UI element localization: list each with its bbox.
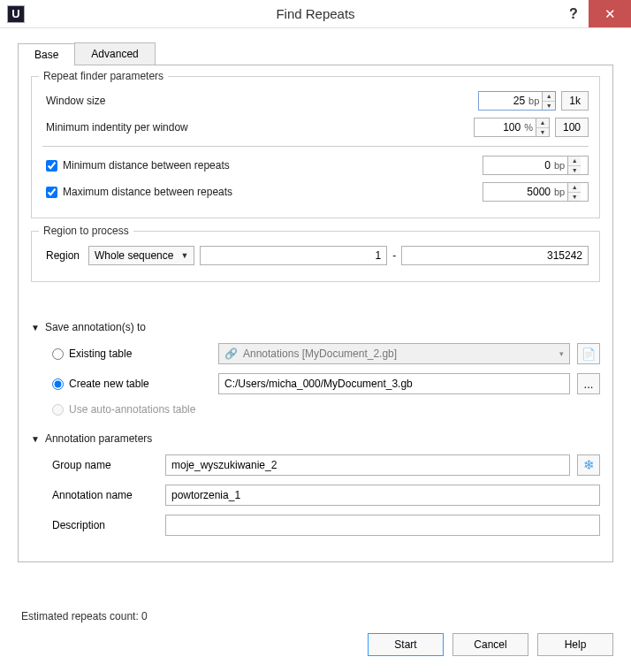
- annotation-name-label: Annotation name: [52, 489, 158, 501]
- min-distance-label: Minimum distance between repeats: [63, 159, 230, 172]
- chevron-down-icon: ▼: [180, 251, 188, 260]
- app-icon: U: [7, 5, 25, 23]
- tab-base[interactable]: Base: [18, 43, 75, 65]
- group-name-label: Group name: [52, 459, 158, 471]
- min-identity-input[interactable]: [475, 118, 524, 136]
- triangle-down-icon: ▼: [31, 323, 40, 332]
- existing-table-radio-row[interactable]: Existing table: [52, 347, 211, 360]
- group-name-suggest-button[interactable]: ❄: [577, 454, 600, 476]
- document-icon: 📄: [582, 347, 596, 361]
- existing-table-value: Annotations [MyDocument_2.gb]: [243, 347, 554, 360]
- browse-button[interactable]: ...: [577, 373, 600, 394]
- region-to-input[interactable]: [401, 246, 589, 265]
- group-region: Region to process Region Whole sequence …: [31, 231, 600, 282]
- preset-100-button[interactable]: 100: [555, 118, 589, 137]
- spinner-down-icon[interactable]: ▼: [543, 102, 555, 111]
- create-table-radio[interactable]: [52, 378, 64, 390]
- min-identity-label: Minimum indentity per window: [42, 121, 228, 134]
- region-label: Region: [42, 249, 83, 262]
- min-distance-checkbox[interactable]: [46, 160, 57, 172]
- help-icon[interactable]: ?: [559, 0, 589, 27]
- create-table-label: Create new table: [69, 378, 149, 390]
- group-region-legend: Region to process: [39, 225, 133, 237]
- max-distance-unit: bp: [554, 187, 567, 197]
- spinner-down-icon[interactable]: ▼: [536, 128, 549, 137]
- region-dash: -: [392, 249, 396, 262]
- chevron-down-icon: ▾: [559, 349, 564, 358]
- region-combo-value: Whole sequence: [95, 249, 173, 262]
- min-distance-unit: bp: [554, 160, 567, 171]
- create-table-radio-row[interactable]: Create new table: [52, 378, 211, 390]
- max-distance-row[interactable]: Maximum distance between repeats: [42, 186, 308, 198]
- min-distance-spinner[interactable]: bp ▲▼: [483, 156, 589, 175]
- description-input[interactable]: [165, 515, 600, 536]
- close-icon[interactable]: ✕: [589, 0, 631, 27]
- region-from-input[interactable]: [200, 246, 387, 265]
- anno-section-label: Annotation parameters: [45, 432, 152, 445]
- max-distance-checkbox[interactable]: [46, 187, 57, 198]
- window-title: Find Repeats: [0, 6, 631, 21]
- max-distance-input[interactable]: [483, 183, 554, 201]
- auto-table-label: Use auto-annotations table: [69, 403, 195, 416]
- anno-section-header[interactable]: ▼ Annotation parameters: [31, 429, 600, 450]
- window-size-unit: bp: [528, 95, 542, 106]
- existing-table-browse-button[interactable]: 📄: [577, 343, 600, 364]
- spinner-up-icon[interactable]: ▲: [568, 183, 581, 193]
- triangle-down-icon: ▼: [31, 434, 40, 444]
- existing-table-radio[interactable]: [52, 348, 64, 360]
- spinner-up-icon[interactable]: ▲: [543, 92, 555, 102]
- tab-advanced[interactable]: Advanced: [74, 42, 155, 65]
- spinner-up-icon[interactable]: ▲: [568, 157, 581, 166]
- region-combo[interactable]: Whole sequence ▼: [88, 246, 194, 265]
- group-repeat-finder-legend: Repeat finder parameters: [39, 70, 168, 82]
- start-button[interactable]: Start: [368, 633, 444, 656]
- preset-1k-button[interactable]: 1k: [561, 91, 589, 111]
- max-distance-label: Maximum distance between repeats: [63, 186, 232, 198]
- group-name-input[interactable]: [165, 454, 570, 476]
- window-size-spinner[interactable]: bp ▲▼: [478, 91, 556, 111]
- link-icon: 🔗: [224, 347, 238, 360]
- create-table-path-input[interactable]: [218, 373, 570, 394]
- existing-table-label: Existing table: [69, 347, 132, 360]
- save-section-label: Save annotation(s) to: [45, 321, 146, 333]
- min-identity-unit: %: [524, 122, 536, 133]
- tab-body-base: Repeat finder parameters Window size bp …: [18, 65, 613, 562]
- cancel-button[interactable]: Cancel: [452, 633, 528, 656]
- help-button[interactable]: Help: [537, 633, 613, 656]
- tab-strip: Base Advanced: [18, 42, 613, 65]
- estimated-repeats-label: Estimated repeats count: 0: [18, 605, 613, 633]
- annotation-name-input[interactable]: [165, 485, 600, 506]
- title-bar: U Find Repeats ? ✕: [0, 0, 631, 28]
- window-size-label: Window size: [42, 95, 228, 107]
- save-section-header[interactable]: ▼ Save annotation(s) to: [31, 317, 600, 339]
- spinner-up-icon[interactable]: ▲: [536, 118, 549, 128]
- min-distance-input[interactable]: [483, 157, 554, 174]
- group-repeat-finder: Repeat finder parameters Window size bp …: [31, 76, 600, 218]
- min-identity-spinner[interactable]: % ▲▼: [474, 118, 550, 137]
- spinner-down-icon[interactable]: ▼: [568, 193, 581, 202]
- min-distance-row[interactable]: Minimum distance between repeats: [42, 159, 308, 172]
- spinner-down-icon[interactable]: ▼: [568, 166, 581, 175]
- divider: [42, 146, 589, 147]
- window-size-input[interactable]: [479, 92, 528, 110]
- snowflake-icon: ❄: [583, 457, 595, 473]
- auto-table-radio-row: Use auto-annotations table: [52, 403, 211, 416]
- auto-table-radio: [52, 404, 64, 416]
- existing-table-combo: 🔗 Annotations [MyDocument_2.gb] ▾: [218, 343, 570, 364]
- description-label: Description: [52, 519, 158, 531]
- max-distance-spinner[interactable]: bp ▲▼: [483, 182, 589, 202]
